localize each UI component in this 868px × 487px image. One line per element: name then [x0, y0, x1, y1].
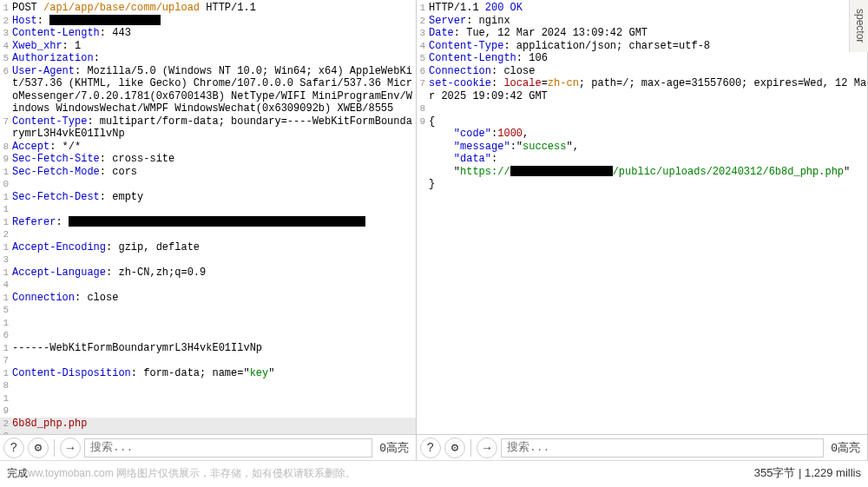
line-number: [417, 178, 429, 191]
line-number: 18: [0, 367, 12, 392]
forward-button[interactable]: →: [477, 438, 497, 458]
code-line[interactable]: 3Content-Length: 443: [0, 27, 416, 40]
code-line[interactable]: 9Sec-Fetch-Site: cross-site: [0, 153, 416, 166]
code-line[interactable]: 2Server: nginx: [417, 15, 867, 28]
code-line[interactable]: 6User-Agent: Mozilla/5.0 (Windows NT 10.…: [0, 65, 416, 115]
request-pane: 1POST /api/app/base/comm/upload HTTP/1.1…: [0, 0, 417, 460]
code-line[interactable]: }: [417, 178, 867, 191]
code-line[interactable]: 3Date: Tue, 12 Mar 2024 13:09:42 GMT: [417, 27, 867, 40]
settings-button[interactable]: ⚙: [28, 438, 49, 458]
code-line[interactable]: 18Content-Disposition: form-data; name="…: [0, 367, 416, 392]
line-number: 20: [0, 418, 12, 435]
gear-icon: ⚙: [451, 440, 458, 455]
code-line[interactable]: 11Sec-Fetch-Dest: empty: [0, 191, 416, 216]
line-number: 10: [0, 166, 12, 191]
highlight-count: 0高亮: [376, 440, 412, 456]
toolbar-divider: [54, 439, 55, 457]
line-text: 6b8d_php.php: [12, 418, 416, 435]
line-text: [12, 392, 416, 418]
line-number: 4: [0, 40, 12, 53]
code-line[interactable]: 8: [417, 102, 867, 115]
code-line[interactable]: 7set-cookie: locale=zh-cn; path=/; max-a…: [417, 77, 867, 102]
request-toolbar: ? ⚙ → 0高亮: [0, 434, 416, 460]
code-line[interactable]: 12Referer:: [0, 216, 416, 241]
code-line[interactable]: 15Connection: close: [0, 292, 416, 317]
line-text: Content-Length: 443: [12, 27, 416, 40]
line-text: {: [429, 115, 867, 128]
help-button[interactable]: ?: [420, 438, 441, 458]
line-text: Sec-Fetch-Dest: empty: [12, 191, 416, 216]
line-text: [429, 102, 867, 115]
code-line[interactable]: 19: [0, 392, 416, 418]
done-label: 完成: [7, 467, 28, 479]
code-line[interactable]: "code":1000,: [417, 128, 867, 141]
line-number: 15: [0, 292, 12, 317]
code-line[interactable]: 5Authorization:: [0, 52, 416, 65]
gear-icon: ⚙: [35, 440, 42, 455]
line-text: Sec-Fetch-Mode: cors: [12, 166, 416, 191]
line-number: 6: [0, 65, 12, 115]
line-text: Connection: close: [429, 65, 867, 78]
line-text: Sec-Fetch-Site: cross-site: [12, 153, 416, 166]
line-number: 8: [417, 102, 429, 115]
line-number: 1: [417, 2, 429, 15]
code-line[interactable]: 9{: [417, 115, 867, 128]
line-number: 19: [0, 392, 12, 418]
line-text: Content-Length: 106: [429, 52, 867, 65]
forward-button[interactable]: →: [60, 438, 81, 458]
line-text: set-cookie: locale=zh-cn; path=/; max-ag…: [429, 77, 867, 102]
help-button[interactable]: ?: [3, 438, 24, 458]
side-tab-spector[interactable]: spector: [849, 0, 868, 52]
code-line[interactable]: 4Content-Type: application/json; charset…: [417, 40, 867, 53]
line-text: POST /api/app/base/comm/upload HTTP/1.1: [12, 2, 416, 15]
code-line[interactable]: 6Connection: close: [417, 65, 867, 78]
line-text: "data":: [429, 153, 867, 166]
request-content[interactable]: 1POST /api/app/base/comm/upload HTTP/1.1…: [0, 0, 416, 434]
code-line[interactable]: 7Content-Type: multipart/form-data; boun…: [0, 115, 416, 141]
arrow-right-icon: →: [67, 441, 74, 455]
line-number: 12: [0, 216, 12, 241]
search-input[interactable]: [501, 438, 824, 457]
toolbar-divider: [470, 439, 471, 457]
line-text: HTTP/1.1 200 OK: [429, 2, 867, 15]
code-line[interactable]: 14Accept-Language: zh-CN,zh;q=0.9: [0, 267, 416, 292]
response-content[interactable]: 1HTTP/1.1 200 OK2Server: nginx3Date: Tue…: [417, 0, 867, 434]
footer-right: 355字节 | 1,229 millis: [754, 465, 861, 481]
code-line[interactable]: "https:///public/uploads/20240312/6b8d_p…: [417, 166, 867, 179]
code-line[interactable]: 2Host:: [0, 15, 416, 28]
settings-button[interactable]: ⚙: [444, 438, 465, 458]
line-text: "message":"success",: [429, 141, 867, 154]
line-number: 17: [0, 342, 12, 367]
code-line[interactable]: 5Content-Length: 106: [417, 52, 867, 65]
line-text: Referer:: [12, 216, 416, 241]
line-number: 2: [417, 15, 429, 28]
redacted-block: [510, 166, 613, 176]
line-text: [12, 317, 416, 342]
code-line[interactable]: 206b8d_php.php: [0, 418, 416, 435]
line-number: 6: [417, 65, 429, 78]
line-text: Content-Disposition: form-data; name="ke…: [12, 367, 416, 392]
code-line[interactable]: 13Accept-Encoding: gzip, deflate: [0, 241, 416, 267]
code-line[interactable]: 1POST /api/app/base/comm/upload HTTP/1.1: [0, 2, 416, 15]
code-line[interactable]: 17------WebKitFormBoundarymrL3H4vkE01Ilv…: [0, 342, 416, 367]
line-number: [417, 141, 429, 154]
line-number: 3: [0, 27, 12, 40]
code-line[interactable]: "message":"success",: [417, 141, 867, 154]
search-input[interactable]: [84, 438, 372, 457]
line-number: [417, 166, 429, 179]
code-line[interactable]: 1HTTP/1.1 200 OK: [417, 2, 867, 15]
line-number: 3: [417, 27, 429, 40]
line-number: 4: [417, 40, 429, 53]
line-text: Host:: [12, 15, 416, 28]
redacted-block: [49, 15, 161, 25]
code-line[interactable]: 16: [0, 317, 416, 342]
line-text: "code":1000,: [429, 128, 867, 141]
code-line[interactable]: 8Accept: */*: [0, 141, 416, 154]
code-line[interactable]: 4Xweb_xhr: 1: [0, 40, 416, 53]
line-text: Content-Type: application/json; charset=…: [429, 40, 867, 53]
response-pane: 1HTTP/1.1 200 OK2Server: nginx3Date: Tue…: [417, 0, 868, 460]
line-number: 9: [0, 153, 12, 166]
code-line[interactable]: "data":: [417, 153, 867, 166]
line-number: 16: [0, 317, 12, 342]
code-line[interactable]: 10Sec-Fetch-Mode: cors: [0, 166, 416, 191]
